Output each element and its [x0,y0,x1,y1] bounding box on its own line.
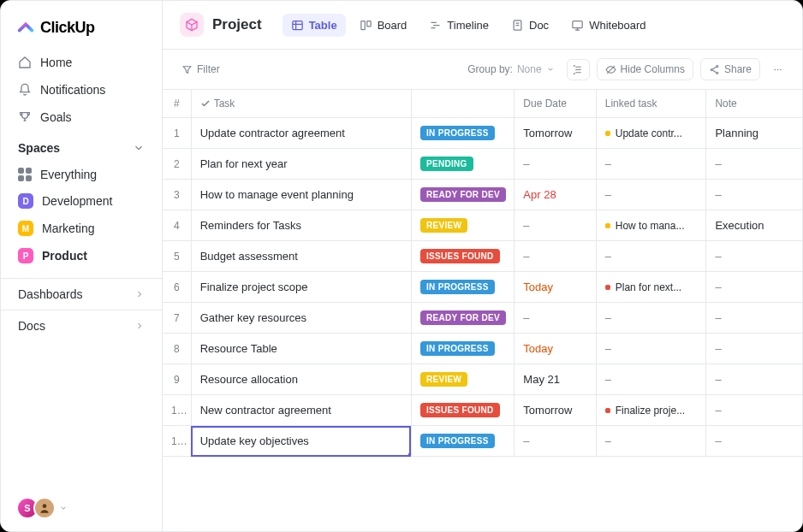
more-button[interactable] [767,61,788,79]
col-header-number[interactable]: # [163,90,191,118]
col-header-task[interactable]: Task [191,90,411,118]
tab-table[interactable]: Table [283,14,346,37]
note-cell[interactable]: Planning [706,118,802,149]
status-cell[interactable]: ISSUES FOUND [411,241,514,272]
task-cell[interactable]: Budget assessment [191,241,411,272]
tab-whiteboard[interactable]: Whiteboard [562,14,654,37]
table-row[interactable]: 8 Resource Table IN PROGRESS Today – – [163,334,802,364]
status-cell[interactable]: PENDING [411,149,514,180]
tab-doc[interactable]: Doc [503,14,557,37]
logo[interactable]: ClickUp [1,13,162,49]
note-cell[interactable]: – [706,241,802,272]
col-header-status[interactable] [411,90,514,118]
status-cell[interactable]: IN PROGRESS [411,426,514,457]
section-label: Dashboards [18,287,83,301]
user-avatars[interactable]: S [16,497,68,519]
status-cell[interactable]: IN PROGRESS [411,272,514,303]
task-cell[interactable]: Update key objectives [191,426,411,457]
due-date-cell[interactable]: – [515,210,596,241]
linked-task-cell[interactable]: Plan for next... [596,272,706,303]
col-header-due[interactable]: Due Date [515,90,596,118]
spaces-header[interactable]: Spaces [1,131,162,162]
note-cell[interactable]: – [706,149,802,180]
task-cell[interactable]: Gather key resources [191,303,411,334]
tab-timeline[interactable]: Timeline [420,14,497,37]
note-cell[interactable]: – [706,395,802,426]
linked-task-cell[interactable]: – [596,426,706,457]
nav-goals[interactable]: Goals [1,103,162,131]
note-cell[interactable]: – [706,303,802,334]
svg-point-19 [717,65,718,67]
task-cell[interactable]: New contractor agreement [191,395,411,426]
tab-label: Doc [529,19,549,32]
due-date-cell[interactable]: Today [515,272,596,303]
task-cell[interactable]: Update contractor agreement [191,118,411,149]
nav-notifications[interactable]: Notifications [1,76,162,103]
linked-task-cell[interactable]: Finalize proje... [596,395,706,426]
note-cell[interactable]: – [706,426,802,457]
note-cell[interactable]: – [706,272,802,303]
nav-home[interactable]: Home [1,49,162,76]
group-by-button[interactable]: Group by: None [462,60,559,79]
row-height-button[interactable] [567,59,590,80]
due-date-cell[interactable]: Today [515,334,596,364]
linked-task-cell[interactable]: – [596,364,706,395]
sidebar-item-everything[interactable]: Everything [1,162,162,187]
tab-label: Board [378,19,407,32]
due-date-cell[interactable]: – [515,303,596,334]
status-badge: ISSUES FOUND [420,403,500,417]
task-cell[interactable]: Plan for next year [191,149,411,180]
col-header-linked[interactable]: Linked task [596,90,706,118]
task-cell[interactable]: How to manage event planning [191,180,411,210]
due-date-cell[interactable]: Apr 28 [515,180,596,210]
sidebar-item-space[interactable]: DDevelopment [1,187,162,215]
linked-task-cell[interactable]: – [596,241,706,272]
tab-board[interactable]: Board [351,14,416,37]
linked-task-cell[interactable]: Update contr... [596,118,706,149]
status-cell[interactable]: READY FOR DEV [411,180,514,210]
due-date-cell[interactable]: – [515,426,596,457]
task-cell[interactable]: Resource allocation [191,364,411,395]
hide-columns-button[interactable]: Hide Columns [597,58,693,80]
table-row[interactable]: 7 Gather key resources READY FOR DEV – –… [163,303,802,334]
task-cell[interactable]: Resource Table [191,334,411,364]
due-date-cell[interactable]: May 21 [515,364,596,395]
status-cell[interactable]: IN PROGRESS [411,334,514,364]
table-row[interactable]: 1 Update contractor agreement IN PROGRES… [163,118,802,149]
col-header-note[interactable]: Note [706,90,802,118]
linked-task-cell[interactable]: – [596,149,706,180]
table-row[interactable]: 5 Budget assessment ISSUES FOUND – – – [163,241,802,272]
due-date-cell[interactable]: – [515,241,596,272]
status-cell[interactable]: ISSUES FOUND [411,395,514,426]
note-cell[interactable]: Execution [706,210,802,241]
table-row[interactable]: 4 Reminders for Tasks REVIEW – How to ma… [163,210,802,241]
task-cell[interactable]: Finalize project scope [191,272,411,303]
sidebar-item-dashboards[interactable]: Dashboards [1,278,162,310]
linked-task-cell[interactable]: – [596,334,706,364]
filter-button[interactable]: Filter [176,60,225,79]
note-cell[interactable]: – [706,334,802,364]
note-cell[interactable]: – [706,364,802,395]
table-row[interactable]: 11 Update key objectives IN PROGRESS – –… [163,426,802,457]
due-date-cell[interactable]: – [515,149,596,180]
note-cell[interactable]: – [706,180,802,210]
linked-task-cell[interactable]: – [596,303,706,334]
sidebar-item-docs[interactable]: Docs [1,310,162,341]
share-button[interactable]: Share [700,58,760,80]
table-row[interactable]: 3 How to manage event planning READY FOR… [163,180,802,210]
table-row[interactable]: 9 Resource allocation REVIEW May 21 – – [163,364,802,395]
sidebar-item-space[interactable]: PProduct [1,242,162,269]
table-row[interactable]: 10 New contractor agreement ISSUES FOUND… [163,395,802,426]
status-cell[interactable]: IN PROGRESS [411,118,514,149]
linked-task-cell[interactable]: How to mana... [596,210,706,241]
table-row[interactable]: 6 Finalize project scope IN PROGRESS Tod… [163,272,802,303]
task-cell[interactable]: Reminders for Tasks [191,210,411,241]
due-date-cell[interactable]: Tomorrow [515,395,596,426]
status-cell[interactable]: REVIEW [411,364,514,395]
table-row[interactable]: 2 Plan for next year PENDING – – – [163,149,802,180]
status-cell[interactable]: READY FOR DEV [411,303,514,334]
linked-task-cell[interactable]: – [596,180,706,210]
status-cell[interactable]: REVIEW [411,210,514,241]
due-date-cell[interactable]: Tomorrow [515,118,596,149]
sidebar-item-space[interactable]: MMarketing [1,215,162,242]
